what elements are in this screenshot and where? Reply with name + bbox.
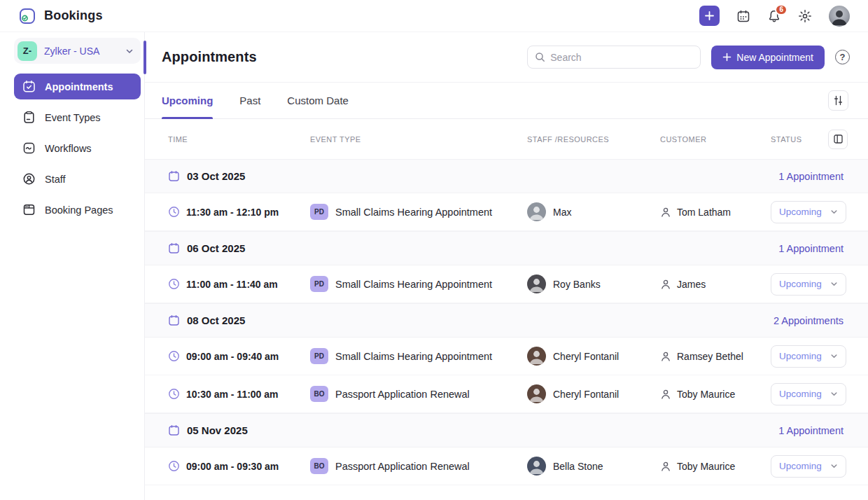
- group-count-label: 1 Appointment: [778, 171, 844, 182]
- help-button[interactable]: ?: [835, 50, 850, 64]
- event-type-label: Small Claims Hearing Appointment: [335, 207, 492, 218]
- plus-icon: [722, 53, 732, 62]
- sidebar-item-label: Event Types: [45, 112, 101, 123]
- chevron-down-icon: [830, 208, 838, 216]
- filter-button[interactable]: [828, 90, 848, 111]
- date-group-row: 06 Oct 20251 Appointment: [145, 231, 868, 265]
- customer-name: Toby Maurice: [677, 389, 735, 400]
- search-icon: [535, 52, 545, 62]
- calendar-check-icon: [22, 80, 36, 93]
- time-cell: 11:00 am - 11:40 am: [168, 278, 310, 290]
- sidebar: Z- Zylker - USA Appointments: [0, 32, 145, 500]
- appointment-row[interactable]: 10:30 am - 11:00 amBOPassport Applicatio…: [145, 375, 868, 413]
- table-columns-icon: [833, 134, 844, 144]
- workspace-selector[interactable]: Z- Zylker - USA: [14, 38, 141, 64]
- sidebar-item-workflows[interactable]: Workflows: [14, 135, 141, 161]
- time-cell: 10:30 am - 11:00 am: [168, 388, 310, 400]
- customer-name: James: [677, 279, 706, 290]
- status-label: Upcoming: [779, 461, 822, 471]
- appointments-list: 03 Oct 20251 Appointment11:30 am - 12:10…: [145, 159, 868, 500]
- search-box: [527, 46, 701, 69]
- person-icon: [660, 461, 671, 472]
- column-header-staff-resources: STAFF /RESOURCES: [527, 135, 660, 144]
- staff-name: Cheryl Fontanil: [553, 389, 619, 400]
- event-type-cell: BOPassport Application Renewal: [310, 458, 527, 474]
- time-label: 11:00 am - 11:40 am: [186, 279, 278, 290]
- event-type-label: Passport Application Renewal: [335, 461, 470, 472]
- event-type-cell: PDSmall Claims Hearing Appointment: [310, 348, 527, 364]
- event-code-badge: PD: [310, 348, 328, 364]
- app-logo: Bookings: [18, 6, 103, 26]
- group-date-label: 05 Nov 2025: [187, 424, 248, 436]
- group-count-label: 1 Appointment: [778, 243, 844, 254]
- status-dropdown[interactable]: Upcoming: [771, 455, 846, 478]
- app-title: Bookings: [44, 8, 103, 23]
- scrollbar-thumb[interactable]: [144, 41, 146, 74]
- notifications-button[interactable]: 6: [767, 9, 781, 23]
- status-dropdown[interactable]: Upcoming: [771, 383, 846, 405]
- topbar-actions: 6: [699, 6, 850, 27]
- sidebar-item-event-types[interactable]: Event Types: [14, 104, 141, 130]
- person-icon: [660, 389, 671, 400]
- sidebar-item-booking-pages[interactable]: Booking Pages: [14, 197, 141, 223]
- group-date: 06 Oct 2025: [168, 242, 245, 254]
- customer-cell: Toby Maurice: [660, 389, 771, 400]
- workspace-name: Zylker - USA: [44, 46, 125, 57]
- topbar: Bookings: [0, 0, 868, 32]
- appointment-row[interactable]: 11:00 am - 11:40 amPDSmall Claims Hearin…: [145, 265, 868, 303]
- status-label: Upcoming: [779, 279, 822, 289]
- quick-add-button[interactable]: [699, 6, 720, 26]
- clock-icon: [168, 460, 180, 472]
- appointment-row[interactable]: 09:00 am - 09:40 amPDSmall Claims Hearin…: [145, 338, 868, 375]
- person-icon: [660, 351, 671, 362]
- time-cell: 09:00 am - 09:40 am: [168, 350, 310, 362]
- sidebar-item-staff[interactable]: Staff: [14, 166, 141, 192]
- staff-avatar: [527, 347, 546, 366]
- chevron-down-icon: [125, 47, 134, 55]
- group-date-label: 08 Oct 2025: [187, 314, 245, 326]
- tab-upcoming[interactable]: Upcoming: [162, 83, 213, 118]
- app-body: Z- Zylker - USA Appointments: [0, 32, 868, 500]
- clock-icon: [168, 206, 180, 218]
- sidebar-item-label: Staff: [45, 174, 66, 185]
- staff-name: Bella Stone: [553, 461, 603, 472]
- appointment-row[interactable]: 09:00 am - 09:30 amBOPassport Applicatio…: [145, 447, 868, 485]
- staff-name: Max: [553, 207, 571, 218]
- user-menu-button[interactable]: [829, 6, 850, 27]
- status-dropdown[interactable]: Upcoming: [771, 273, 846, 296]
- staff-avatar: [527, 202, 546, 221]
- status-label: Upcoming: [779, 389, 822, 399]
- column-settings-button[interactable]: [828, 130, 848, 149]
- settings-button[interactable]: [798, 9, 812, 23]
- search-input[interactable]: [550, 52, 693, 63]
- date-group-row: 08 Oct 20252 Appointments: [145, 303, 868, 338]
- appointment-row[interactable]: 11:30 am - 12:10 pmPDSmall Claims Hearin…: [145, 193, 868, 231]
- status-label: Upcoming: [779, 351, 822, 361]
- tab-custom-date[interactable]: Custom Date: [287, 83, 349, 118]
- sidebar-item-appointments[interactable]: Appointments: [14, 74, 141, 99]
- person-circle-icon: [22, 172, 36, 186]
- staff-name: Roy Banks: [553, 279, 601, 290]
- event-type-label: Small Claims Hearing Appointment: [335, 279, 492, 290]
- tab-past[interactable]: Past: [239, 83, 260, 118]
- group-date: 03 Oct 2025: [168, 170, 245, 182]
- chevron-down-icon: [830, 390, 838, 398]
- person-icon: [660, 207, 671, 218]
- time-cell: 09:00 am - 09:30 am: [168, 460, 310, 472]
- staff-cell: Bella Stone: [527, 457, 660, 475]
- event-type-cell: BOPassport Application Renewal: [310, 386, 527, 402]
- status-dropdown[interactable]: Upcoming: [771, 345, 846, 368]
- sidebar-item-label: Workflows: [45, 143, 92, 154]
- calendar-icon: [168, 314, 180, 326]
- customer-cell: James: [660, 279, 771, 290]
- bookings-app: Bookings: [0, 0, 868, 500]
- sidebar-item-label: Appointments: [45, 81, 113, 92]
- calendar-button[interactable]: [736, 9, 750, 23]
- page-title: Appointments: [162, 49, 257, 65]
- status-dropdown[interactable]: Upcoming: [771, 201, 846, 223]
- filter-sliders-icon: [833, 95, 844, 106]
- group-date: 05 Nov 2025: [168, 424, 248, 436]
- new-appointment-button[interactable]: New Appointment: [711, 46, 825, 69]
- group-count-label: 1 Appointment: [778, 425, 844, 436]
- event-type-cell: PDSmall Claims Hearing Appointment: [310, 204, 527, 220]
